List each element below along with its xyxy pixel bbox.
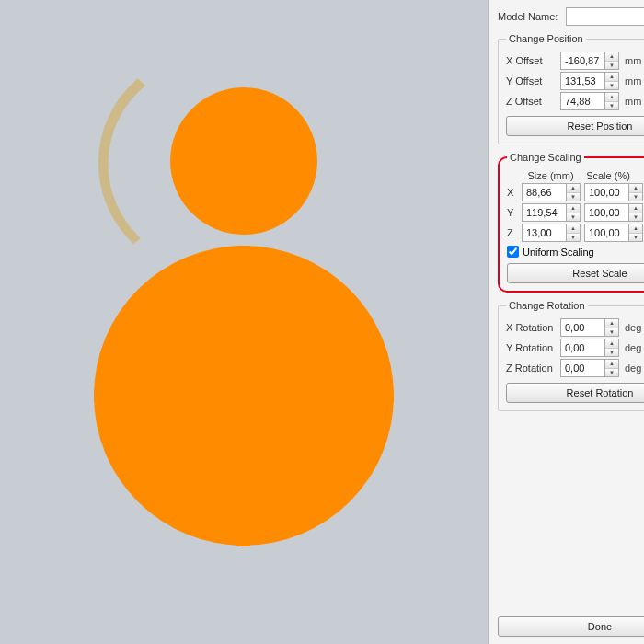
- up-icon[interactable]: ▲: [605, 339, 618, 349]
- down-icon[interactable]: ▼: [605, 62, 618, 70]
- reset-rotation-button[interactable]: Reset Rotation: [506, 383, 644, 403]
- scale-y-label: Y: [507, 207, 518, 218]
- y-rotation-spinner[interactable]: ▲▼: [560, 339, 619, 357]
- unit-deg: deg: [625, 322, 641, 333]
- up-icon[interactable]: ▲: [567, 184, 580, 193]
- scale-x-label: X: [507, 187, 518, 198]
- y-offset-label: Y Offset: [506, 75, 557, 86]
- up-icon[interactable]: ▲: [605, 93, 618, 102]
- up-icon[interactable]: ▲: [567, 204, 580, 213]
- unit-mm: mm: [625, 75, 641, 86]
- x-rotation-label: X Rotation: [506, 322, 557, 333]
- done-button[interactable]: Done: [498, 616, 644, 637]
- model-name-input[interactable]: [566, 7, 644, 26]
- down-icon[interactable]: ▼: [605, 369, 618, 377]
- up-icon[interactable]: ▲: [567, 224, 580, 234]
- down-icon[interactable]: ▼: [605, 102, 618, 110]
- model-name-label: Model Name:: [498, 11, 560, 22]
- model-preview[interactable]: [0, 0, 488, 644]
- up-icon[interactable]: ▲: [629, 184, 642, 193]
- up-icon[interactable]: ▲: [605, 319, 618, 328]
- z-rotation-label: Z Rotation: [506, 362, 557, 374]
- z-offset-spinner[interactable]: ▲▼: [560, 92, 619, 110]
- x-offset-label: X Offset: [506, 55, 557, 66]
- properties-panel: Model Name: Change Position X Offset ▲▼ …: [488, 0, 644, 644]
- x-rotation-spinner[interactable]: ▲▼: [560, 318, 619, 337]
- up-icon[interactable]: ▲: [629, 204, 642, 213]
- down-icon[interactable]: ▼: [605, 328, 618, 337]
- down-icon[interactable]: ▼: [605, 349, 618, 357]
- up-icon[interactable]: ▲: [605, 360, 618, 369]
- up-icon[interactable]: ▲: [629, 224, 642, 234]
- scale-header: Scale (%): [581, 170, 636, 181]
- x-offset-spinner[interactable]: ▲▼: [560, 52, 619, 70]
- size-z-spinner[interactable]: ▲▼: [522, 224, 581, 242]
- model-name-row: Model Name:: [498, 7, 644, 26]
- z-rotation-spinner[interactable]: ▲▼: [560, 359, 619, 377]
- down-icon[interactable]: ▼: [567, 193, 580, 201]
- z-offset-label: Z Offset: [506, 96, 557, 107]
- position-legend: Change Position: [506, 33, 586, 44]
- down-icon[interactable]: ▼: [629, 213, 642, 222]
- size-x-spinner[interactable]: ▲▼: [522, 183, 581, 201]
- down-icon[interactable]: ▼: [567, 234, 580, 242]
- scale-z-spinner[interactable]: ▲▼: [584, 224, 643, 242]
- down-icon[interactable]: ▼: [567, 213, 580, 222]
- rotation-group: Change Rotation X Rotation ▲▼ deg Y Rota…: [498, 300, 644, 411]
- y-rotation-label: Y Rotation: [506, 342, 557, 353]
- unit-mm: mm: [625, 96, 641, 107]
- unit-mm: mm: [625, 55, 641, 66]
- reset-scale-button[interactable]: Reset Scale: [507, 263, 644, 283]
- up-icon[interactable]: ▲: [605, 73, 618, 82]
- scaling-group: Change Scaling Size (mm)Scale (%) X ▲▼ ▲…: [498, 152, 644, 293]
- rotation-legend: Change Rotation: [506, 300, 588, 311]
- scale-y-spinner[interactable]: ▲▼: [584, 203, 643, 222]
- position-group: Change Position X Offset ▲▼ mm Y Offset …: [498, 33, 644, 144]
- scale-z-label: Z: [507, 227, 518, 238]
- scale-x-spinner[interactable]: ▲▼: [584, 183, 643, 201]
- up-icon[interactable]: ▲: [605, 52, 618, 62]
- unit-deg: deg: [625, 342, 641, 353]
- size-y-spinner[interactable]: ▲▼: [522, 203, 581, 222]
- down-icon[interactable]: ▼: [605, 82, 618, 90]
- down-icon[interactable]: ▼: [629, 234, 642, 242]
- y-offset-spinner[interactable]: ▲▼: [560, 72, 619, 90]
- size-header: Size (mm): [521, 170, 581, 181]
- unit-deg: deg: [625, 362, 641, 374]
- uniform-scaling-checkbox[interactable]: Uniform Scaling: [507, 246, 644, 258]
- viewport-3d[interactable]: [0, 0, 488, 644]
- down-icon[interactable]: ▼: [629, 193, 642, 201]
- reset-position-button[interactable]: Reset Position: [506, 116, 644, 136]
- scaling-legend: Change Scaling: [507, 152, 584, 163]
